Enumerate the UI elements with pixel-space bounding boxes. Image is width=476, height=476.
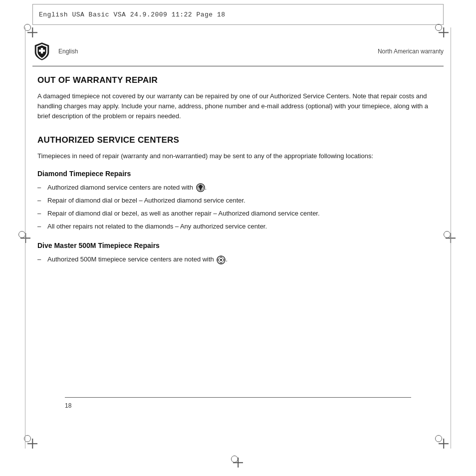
doc-header: English North American warranty	[32, 35, 444, 66]
authorized-service-intro: Timepieces in need of repair (warranty a…	[37, 151, 439, 161]
main-content: OUT OF WARRANTY REPAIR A damaged timepie…	[32, 75, 444, 264]
divemaster-service-icon	[217, 255, 226, 264]
diamond-bullet-list: Authorized diamond service centers are n…	[37, 183, 439, 232]
diamond-subsection: Diamond Timepiece Repairs Authorized dia…	[37, 170, 439, 232]
warranty-region-label: North American warranty	[378, 48, 444, 55]
list-item: Repair of diamond dial or bezel – Author…	[37, 196, 439, 206]
diamond-service-icon	[196, 183, 205, 192]
diamond-subsection-title: Diamond Timepiece Repairs	[37, 170, 439, 178]
out-of-warranty-body: A damaged timepiece not covered by our w…	[37, 91, 439, 121]
out-of-warranty-section: OUT OF WARRANTY REPAIR A damaged timepie…	[37, 75, 439, 121]
divemaster-subsection-title: Dive Master 500M Timepiece Repairs	[37, 241, 439, 249]
language-label: English	[58, 48, 378, 55]
content-area: English North American warranty OUT OF W…	[32, 35, 444, 444]
list-item: Repair of diamond dial or bezel, as well…	[37, 209, 439, 219]
page-number: 18	[65, 402, 71, 409]
divemaster-subsection: Dive Master 500M Timepiece Repairs Autho…	[37, 241, 439, 264]
reg-bottom-center	[235, 459, 241, 466]
border-left	[25, 27, 25, 449]
reg-side-left	[22, 235, 29, 241]
list-item: Authorized 500M timepiece service center…	[37, 254, 439, 264]
divemaster-bullet-list: Authorized 500M timepiece service center…	[37, 254, 439, 264]
page-footer: 18	[65, 397, 411, 410]
list-item: Authorized diamond service centers are n…	[37, 183, 439, 193]
list-item: All other repairs not related to the dia…	[37, 222, 439, 232]
svg-rect-1	[39, 50, 45, 52]
border-right	[451, 27, 451, 449]
victorinox-logo	[32, 42, 51, 61]
print-header: English USA Basic VSA 24.9.2009 11:22 Pa…	[32, 4, 444, 25]
authorized-service-title: AUTHORIZED SERVICE CENTERS	[37, 135, 439, 145]
svg-point-7	[220, 259, 222, 261]
out-of-warranty-title: OUT OF WARRANTY REPAIR	[37, 75, 439, 85]
authorized-service-section: AUTHORIZED SERVICE CENTERS Timepieces in…	[37, 135, 439, 264]
print-info-text: English USA Basic VSA 24.9.2009 11:22 Pa…	[39, 11, 226, 18]
page-wrapper: English USA Basic VSA 24.9.2009 11:22 Pa…	[0, 0, 476, 476]
